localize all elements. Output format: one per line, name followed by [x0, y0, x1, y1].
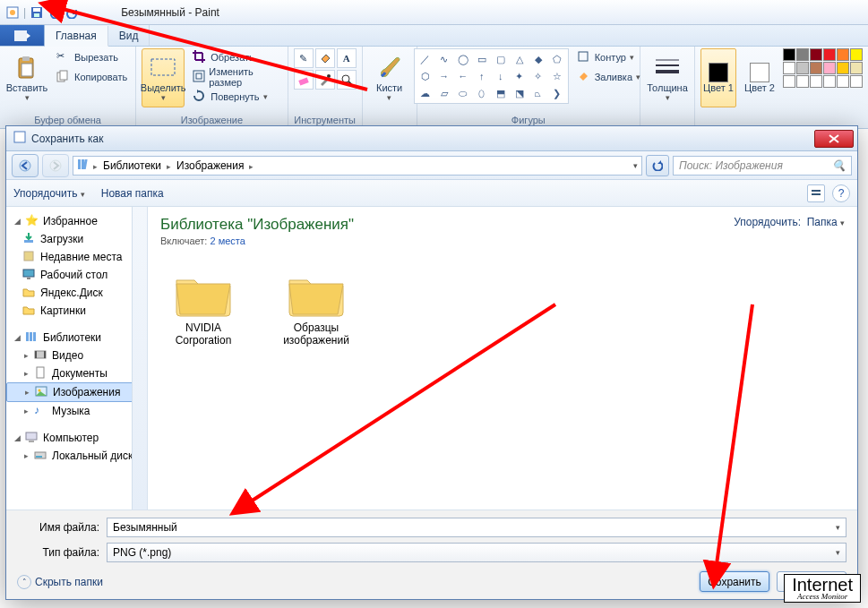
- filename-input[interactable]: Безымянный ▾: [107, 518, 847, 537]
- organize-button[interactable]: Упорядочить ▾: [13, 187, 85, 200]
- color1-swatch: [709, 63, 728, 82]
- tree-images[interactable]: ▸Изображения: [6, 382, 147, 402]
- disk-icon: [34, 449, 48, 463]
- shape-gallery[interactable]: ／∿◯▭▢△◆⬠ ⬡→←↑↓✦✧☆ ☁▱⬭⬯⬒⬔⏢❯: [414, 48, 569, 104]
- picker-tool[interactable]: [315, 70, 335, 90]
- cut-button[interactable]: ✂Вырезать: [54, 48, 130, 66]
- svg-rect-4: [34, 13, 39, 17]
- view-button[interactable]: [807, 184, 825, 202]
- shape-outline-button[interactable]: Контур▾: [574, 48, 643, 66]
- desktop-icon: [22, 268, 37, 282]
- new-folder-button[interactable]: Новая папка: [101, 187, 164, 200]
- tree-yadisk[interactable]: Яндекс.Диск: [6, 284, 147, 302]
- ribbon-tabs: Главная Вид: [0, 25, 868, 47]
- dialog-address-bar: Библиотеки Изображения ▾ Поиск: Изображе…: [6, 151, 857, 180]
- svg-rect-35: [30, 332, 32, 341]
- sort-control[interactable]: Упорядочить: Папка ▾: [734, 216, 845, 228]
- filename-value: Безымянный: [113, 521, 177, 534]
- text-tool[interactable]: A: [337, 48, 357, 68]
- resize-label: Изменить размер: [209, 66, 279, 88]
- nav-back-button[interactable]: [12, 154, 39, 177]
- dialog-titlebar: Сохранить как: [6, 126, 857, 151]
- images-icon: [35, 385, 49, 399]
- chevron-down-icon[interactable]: ▾: [836, 548, 840, 557]
- tree-recent[interactable]: Недавние места: [6, 248, 147, 266]
- copy-label: Копировать: [74, 72, 127, 82]
- select-button[interactable]: Выделить ▾: [142, 48, 185, 107]
- undo-icon[interactable]: [47, 5, 62, 20]
- tree-pictures-fav[interactable]: Картинки: [6, 302, 147, 320]
- crumb-images[interactable]: Изображения: [173, 159, 247, 172]
- libraries-icon: [25, 330, 39, 345]
- close-button[interactable]: [814, 130, 854, 148]
- rotate-button[interactable]: Повернуть▾: [190, 88, 281, 106]
- help-button[interactable]: ?: [832, 184, 850, 202]
- filetype-select[interactable]: PNG (*.png) ▾: [107, 543, 847, 562]
- shape-fill-button[interactable]: Заливка▾: [574, 68, 643, 86]
- svg-point-16: [342, 75, 349, 82]
- svg-rect-12: [193, 71, 204, 81]
- fill-tool[interactable]: [315, 48, 335, 68]
- zoom-tool[interactable]: [337, 70, 357, 90]
- thickness-label: Толщина: [647, 82, 688, 93]
- tab-home[interactable]: Главная: [45, 26, 108, 47]
- svg-rect-29: [812, 193, 821, 195]
- folder-icon: [22, 286, 37, 300]
- outline-label: Контур: [595, 52, 626, 63]
- chevron-down-icon[interactable]: ▾: [836, 523, 840, 532]
- svg-rect-13: [196, 73, 202, 79]
- refresh-button[interactable]: [646, 155, 669, 176]
- library-title: Библиотека "Изображения": [160, 216, 354, 234]
- copy-button[interactable]: Копировать: [54, 68, 130, 86]
- resize-button[interactable]: Изменить размер: [190, 68, 281, 86]
- folder-item[interactable]: NVIDIA Corporation: [160, 268, 246, 347]
- crumb-libraries[interactable]: Библиотеки: [99, 159, 165, 172]
- thickness-icon: [653, 54, 682, 82]
- pencil-tool[interactable]: ✎: [294, 48, 314, 68]
- app-menu-button[interactable]: [0, 25, 45, 46]
- folder-item[interactable]: Образцы изображений: [273, 268, 359, 347]
- nav-forward-button[interactable]: [42, 154, 69, 177]
- svg-point-15: [327, 74, 331, 78]
- search-input[interactable]: Поиск: Изображения 🔍: [673, 156, 852, 176]
- tree-localdisk[interactable]: ▸Локальный диск: [6, 447, 147, 465]
- ribbon: Вставить ▾ ✂Вырезать Копировать Буфер об…: [0, 47, 868, 129]
- tree-favorites[interactable]: ◢⭐Избранное: [6, 212, 147, 230]
- ribbon-group-clipboard: Вставить ▾ ✂Вырезать Копировать Буфер об…: [0, 47, 136, 128]
- crop-button[interactable]: Обрезать: [190, 48, 281, 66]
- thickness-button[interactable]: Толщина ▾: [646, 48, 689, 107]
- folder-view: NVIDIA Corporation Образцы изображений: [148, 250, 857, 364]
- addr-dropdown[interactable]: ▾: [633, 161, 638, 170]
- breadcrumb-bar[interactable]: Библиотеки Изображения ▾: [73, 156, 642, 176]
- save-as-dialog: Сохранить как Библиотеки Изображения ▾ П…: [5, 125, 858, 600]
- svg-rect-7: [22, 56, 30, 61]
- hide-folders-link[interactable]: ˄ Скрыть папки: [17, 575, 103, 589]
- tab-view[interactable]: Вид: [108, 25, 150, 46]
- svg-rect-18: [579, 52, 588, 61]
- color-palette[interactable]: [783, 48, 863, 88]
- dialog-bottom: Имя файла: Безымянный ▾ Тип файла: PNG (…: [6, 510, 857, 599]
- eraser-tool[interactable]: [294, 70, 314, 90]
- includes-link[interactable]: 2 места: [210, 235, 245, 246]
- svg-rect-30: [24, 240, 33, 243]
- tree-computer[interactable]: ◢Компьютер: [6, 429, 147, 447]
- tree-documents[interactable]: ▸Документы: [6, 364, 147, 382]
- svg-rect-11: [151, 59, 175, 75]
- rotate-label: Повернуть: [211, 91, 259, 102]
- tree-downloads[interactable]: Загрузки: [6, 230, 147, 248]
- paste-button[interactable]: Вставить ▾: [5, 48, 48, 107]
- tree-desktop[interactable]: Рабочий стол: [6, 266, 147, 284]
- tree-music[interactable]: ▸♪Музыка: [6, 402, 147, 420]
- crop-icon: [193, 50, 207, 64]
- tree-videos[interactable]: ▸Видео: [6, 347, 147, 364]
- save-icon[interactable]: [30, 5, 44, 20]
- svg-rect-3: [33, 8, 40, 12]
- save-button[interactable]: Сохранить: [700, 571, 769, 592]
- brushes-button[interactable]: Кисти ▾: [368, 48, 411, 107]
- color2-button[interactable]: Цвет 2: [742, 48, 778, 107]
- tree-libraries[interactable]: ◢Библиотеки: [6, 329, 147, 347]
- brushes-label: Кисти: [376, 82, 402, 93]
- ribbon-group-shapes: ／∿◯▭▢△◆⬠ ⬡→←↑↓✦✧☆ ☁▱⬭⬯⬒⬔⏢❯ Контур▾ Залив…: [417, 47, 640, 128]
- color1-button[interactable]: Цвет 1: [700, 48, 736, 107]
- redo-icon[interactable]: [65, 5, 80, 20]
